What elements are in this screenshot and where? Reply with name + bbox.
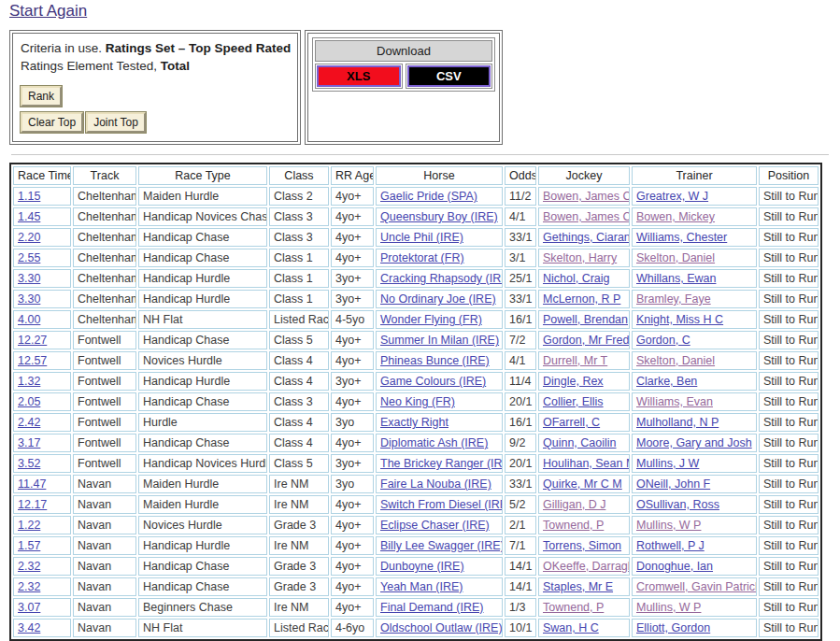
race-time-link[interactable]: 2.05 [18, 395, 40, 408]
jockey-link[interactable]: Bowen, James C [543, 190, 630, 203]
jockey-link[interactable]: Nichol, Craig [543, 272, 610, 285]
position-cell: Still to Run [759, 454, 819, 473]
joint-top-button[interactable]: Joint Top [86, 112, 146, 133]
trainer-link[interactable]: OSullivan, Ross [636, 498, 719, 511]
trainer-link[interactable]: Mulholland, N P [636, 416, 719, 429]
rank-button[interactable]: Rank [21, 86, 62, 107]
race-time-link[interactable]: 2.32 [18, 580, 40, 593]
trainer-link[interactable]: Bramley, Faye [636, 292, 711, 306]
trainer-link[interactable]: Gordon, C [636, 334, 691, 347]
race-time-link[interactable]: 3.30 [18, 292, 40, 306]
horse-link[interactable]: Summer In Milan (IRE) [380, 334, 499, 347]
jockey-link[interactable]: OFarrell, C [543, 416, 600, 429]
position-cell: Still to Run [759, 577, 819, 596]
rr-age-cell: 4yo+ [331, 495, 374, 514]
trainer-link[interactable]: Williams, Evan [636, 395, 713, 408]
trainer-link[interactable]: Skelton, Daniel [636, 251, 715, 264]
race-time-link[interactable]: 12.27 [18, 334, 47, 347]
race-time-link[interactable]: 11.47 [18, 477, 46, 491]
horse-link[interactable]: Dunboyne (IRE) [380, 560, 464, 573]
jockey-link[interactable]: Quinn, Caoilin [543, 436, 617, 449]
trainer-link[interactable]: Skelton, Daniel [636, 354, 715, 367]
horse-link[interactable]: No Ordinary Joe (IRE) [380, 292, 496, 306]
jockey-link[interactable]: Powell, Brendan [543, 313, 628, 326]
download-csv-button[interactable]: CSV [407, 65, 491, 87]
horse-link[interactable]: Switch From Diesel (IRE) [380, 498, 503, 511]
jockey-link[interactable]: Durrell, Mr T [543, 354, 607, 367]
race-type-cell: Handicap Novices Chase [138, 207, 267, 226]
horse-link[interactable]: Phineas Bunce (IRE) [380, 354, 490, 367]
race-time-link[interactable]: 2.32 [18, 560, 40, 573]
jockey-link[interactable]: Dingle, Rex [543, 375, 604, 388]
trainer-link[interactable]: Bowen, Mickey [636, 210, 715, 223]
horse-link[interactable]: Cracking Rhapsody (IRE) [380, 272, 503, 285]
horse-link[interactable]: Uncle Phil (IRE) [380, 231, 463, 244]
jockey-link[interactable]: OKeeffe, Darragh [543, 560, 630, 573]
trainer-link[interactable]: Mullins, W P [636, 519, 701, 532]
horse-link[interactable]: Game Colours (IRE) [380, 375, 486, 388]
race-time-link[interactable]: 3.52 [18, 457, 40, 470]
jockey-link[interactable]: Skelton, Harry [543, 251, 617, 264]
horse-link[interactable]: Final Demand (IRE) [380, 601, 483, 614]
jockey-link[interactable]: Staples, Mr E [543, 580, 613, 593]
horse-link[interactable]: Wonder Flying (FR) [380, 313, 482, 326]
trainer-link[interactable]: Williams, Chester [636, 231, 727, 244]
horse-link[interactable]: Eclipse Chaser (IRE) [380, 519, 490, 532]
race-time-link[interactable]: 12.57 [18, 354, 47, 367]
horse-link[interactable]: The Brickey Ranger (IRE) [380, 457, 503, 470]
horse-link[interactable]: Gaelic Pride (SPA) [380, 190, 477, 203]
jockey-link[interactable]: Townend, P [543, 601, 604, 614]
clear-top-button[interactable]: Clear Top [21, 112, 83, 133]
race-type-cell: Maiden Hurdle [138, 475, 267, 493]
race-time-link[interactable]: 12.17 [18, 498, 47, 511]
race-time-link[interactable]: 2.55 [18, 251, 40, 264]
race-time-link[interactable]: 3.30 [18, 272, 40, 285]
trainer-link[interactable]: Mullins, J W [636, 457, 699, 470]
jockey-link[interactable]: Gethings, Ciaran [543, 231, 630, 244]
race-time-link[interactable]: 1.15 [18, 190, 40, 203]
horse-link[interactable]: Billy Lee Swagger (IRE) [380, 539, 503, 552]
trainer-link[interactable]: Mullins, W P [636, 601, 701, 614]
race-time-link[interactable]: 3.17 [18, 436, 40, 449]
jockey-link[interactable]: Gilligan, D J [543, 498, 605, 511]
jockey-link[interactable]: Swan, H C [543, 621, 599, 634]
race-time-link[interactable]: 3.07 [18, 601, 40, 614]
trainer-link[interactable]: Donoghue, Ian [636, 560, 713, 573]
class-cell: Class 3 [269, 207, 329, 226]
jockey-link[interactable]: Quirke, Mr C M [543, 477, 622, 491]
horse-link[interactable]: Queensbury Boy (IRE) [380, 210, 498, 223]
race-time-link[interactable]: 4.00 [18, 313, 40, 326]
jockey-link[interactable]: Collier, Ellis [543, 395, 604, 408]
race-time-link[interactable]: 2.20 [18, 231, 40, 244]
horse-link[interactable]: Oldschool Outlaw (IRE) [380, 621, 503, 634]
trainer-link[interactable]: Clarke, Ben [636, 375, 697, 388]
race-time-link[interactable]: 1.57 [18, 539, 40, 552]
jockey-link[interactable]: Townend, P [543, 519, 604, 532]
race-time-link[interactable]: 1.32 [18, 375, 40, 388]
horse-link[interactable]: Neo King (FR) [380, 395, 455, 408]
jockey-link[interactable]: McLernon, R P [543, 292, 620, 306]
trainer-link[interactable]: Knight, Miss H C [636, 313, 723, 326]
trainer-link[interactable]: Moore, Gary and Josh [636, 436, 752, 449]
horse-link[interactable]: Yeah Man (IRE) [380, 580, 463, 593]
trainer-link[interactable]: Elliott, Gordon [636, 621, 710, 634]
race-time-link[interactable]: 3.42 [18, 621, 40, 634]
race-time-link[interactable]: 1.45 [18, 210, 40, 223]
trainer-link[interactable]: ONeill, John F [636, 477, 710, 491]
race-time-link[interactable]: 1.22 [18, 519, 40, 532]
trainer-link[interactable]: Whillans, Ewan [636, 272, 716, 285]
trainer-link[interactable]: Cromwell, Gavin Patrick [636, 580, 757, 593]
jockey-link[interactable]: Houlihan, Sean M [543, 457, 630, 470]
jockey-link[interactable]: Bowen, James C [543, 210, 630, 223]
trainer-link[interactable]: Greatrex, W J [636, 190, 708, 203]
horse-link[interactable]: Protektorat (FR) [380, 251, 464, 264]
trainer-link[interactable]: Rothwell, P J [636, 539, 705, 552]
horse-link[interactable]: Diplomatic Ash (IRE) [380, 436, 488, 449]
jockey-link[interactable]: Gordon, Mr Fred [543, 334, 629, 347]
start-again-link[interactable]: Start Again [9, 2, 87, 21]
horse-link[interactable]: Exactly Right [380, 416, 448, 429]
jockey-link[interactable]: Torrens, Simon [543, 539, 621, 552]
download-xls-button[interactable]: XLS [317, 65, 401, 87]
race-time-link[interactable]: 2.42 [18, 416, 40, 429]
horse-link[interactable]: Faire La Nouba (IRE) [380, 477, 491, 491]
